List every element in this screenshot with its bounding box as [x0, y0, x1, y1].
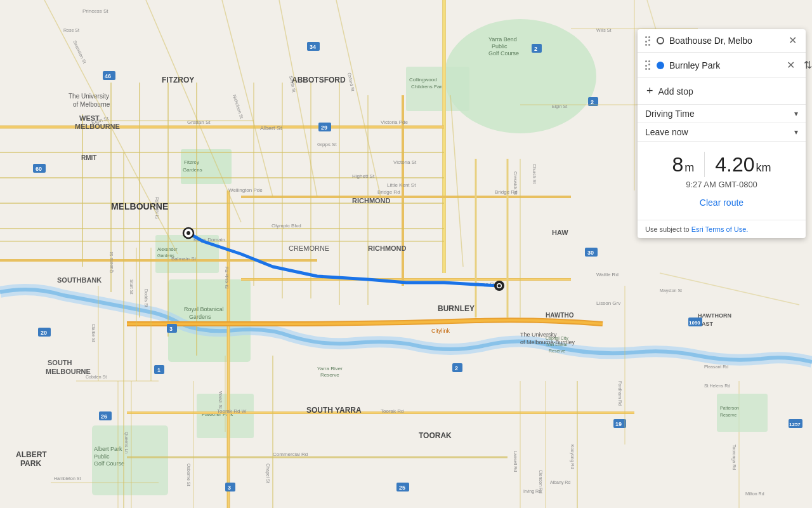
- drag-handle-origin[interactable]: [644, 35, 652, 47]
- svg-text:Rose St: Rose St: [63, 28, 79, 32]
- svg-text:BURNLEY: BURNLEY: [438, 304, 475, 313]
- duration-unit: m: [684, 161, 694, 175]
- svg-text:30: 30: [587, 250, 594, 256]
- destination-icon: [655, 60, 665, 70]
- origin-input[interactable]: [669, 36, 782, 46]
- svg-text:Royal Botanical: Royal Botanical: [184, 306, 224, 312]
- distance-stat: 4.20 km: [715, 153, 771, 177]
- drag-handle-destination[interactable]: [644, 59, 652, 71]
- swap-directions-button[interactable]: ⇅: [801, 58, 812, 72]
- svg-text:Osborne St: Osborne St: [187, 464, 191, 486]
- svg-text:Olympic Blvd: Olympic Blvd: [272, 223, 301, 229]
- svg-text:SOUTHBANK: SOUTHBANK: [57, 276, 102, 284]
- svg-text:Collingwood: Collingwood: [409, 77, 437, 83]
- svg-text:Highett St: Highett St: [352, 173, 375, 179]
- svg-text:46: 46: [105, 73, 111, 79]
- svg-text:Lisson Grv: Lisson Grv: [596, 300, 620, 306]
- leave-now-select[interactable]: Leave now Depart at Arrive by: [645, 127, 794, 137]
- svg-text:Victoria Pde: Victoria Pde: [381, 119, 409, 125]
- svg-text:of Melbourne: of Melbourne: [73, 101, 110, 108]
- svg-text:SOUTH: SOUTH: [48, 359, 72, 366]
- svg-text:Fordham Rd: Fordham Rd: [618, 381, 622, 406]
- svg-text:60: 60: [36, 166, 42, 172]
- svg-text:ABBOTSFORD: ABBOTSFORD: [292, 76, 346, 84]
- clear-route-button[interactable]: Clear route: [700, 197, 743, 208]
- esri-attribution: Use subject to Esri Terms of Use.: [638, 220, 806, 238]
- svg-text:Cobden St: Cobden St: [86, 375, 107, 379]
- svg-text:Wellington Pde: Wellington Pde: [228, 187, 263, 193]
- svg-text:CREMORNE: CREMORNE: [289, 244, 329, 252]
- svg-text:Sturt St: Sturt St: [129, 279, 134, 294]
- leave-now-chevron-icon: ▾: [794, 128, 798, 137]
- side-panel: ✕ ✕ ⇅ + Add stop Driving Time Driving Di…: [638, 29, 806, 238]
- svg-text:SOUTH YARRA: SOUTH YARRA: [306, 406, 362, 415]
- svg-text:Gardens: Gardens: [189, 314, 211, 320]
- svg-text:Childrens Farm: Childrens Farm: [411, 84, 446, 90]
- origin-clear-button[interactable]: ✕: [786, 34, 799, 47]
- svg-text:Victoria St: Victoria St: [393, 159, 417, 165]
- arrival-time: 9:27 AM GMT-0800: [645, 180, 798, 189]
- destination-clear-button[interactable]: ✕: [784, 59, 797, 72]
- svg-text:2: 2: [455, 365, 458, 371]
- svg-text:RICHMOND: RICHMOND: [368, 244, 407, 252]
- svg-text:TOORAK: TOORAK: [419, 431, 452, 440]
- destination-row: ✕ ⇅: [638, 53, 806, 78]
- svg-text:1090: 1090: [689, 320, 700, 326]
- svg-text:St Kilda Rd: St Kilda Rd: [155, 197, 159, 219]
- svg-text:Commercial Rd: Commercial Rd: [273, 451, 308, 457]
- svg-text:Walsh St: Walsh St: [218, 391, 223, 409]
- svg-text:Irving Rd: Irving Rd: [523, 489, 541, 494]
- svg-text:1: 1: [157, 367, 160, 373]
- svg-text:Clarke St: Clarke St: [91, 324, 96, 342]
- svg-text:Pleasant Rd: Pleasant Rd: [704, 364, 728, 369]
- driving-time-select[interactable]: Driving Time Driving Distance Walking Ti…: [645, 109, 794, 119]
- svg-text:Queens St: Queens St: [109, 252, 114, 273]
- svg-text:Wattle Rd: Wattle Rd: [596, 272, 619, 277]
- add-stop-icon: +: [646, 84, 653, 98]
- svg-text:20: 20: [41, 330, 47, 336]
- svg-text:RMIT: RMIT: [81, 154, 96, 161]
- svg-text:Patterson: Patterson: [720, 406, 739, 410]
- svg-text:1257: 1257: [789, 422, 801, 427]
- svg-text:34: 34: [310, 44, 316, 50]
- svg-text:St Helens Rd: St Helens Rd: [704, 384, 730, 388]
- svg-text:MELBOURNE: MELBOURNE: [111, 201, 168, 211]
- svg-text:HAW: HAW: [552, 229, 568, 236]
- svg-point-209: [498, 284, 501, 288]
- add-stop-label: Add stop: [658, 86, 693, 97]
- stats-row: 8 m 4.20 km: [645, 152, 798, 177]
- distance-value: 4.20: [715, 153, 754, 177]
- add-stop-row[interactable]: + Add stop: [638, 78, 806, 105]
- origin-icon: [655, 36, 665, 46]
- svg-text:Yarra River: Yarra River: [317, 366, 343, 371]
- destination-input[interactable]: [669, 60, 780, 70]
- esri-link[interactable]: Esri Terms of Use.: [691, 225, 749, 233]
- svg-point-206: [187, 231, 190, 235]
- clear-route-row: Clear route: [645, 194, 798, 213]
- origin-row: ✕: [638, 29, 806, 53]
- svg-text:MELBOURNE: MELBOURNE: [46, 368, 91, 375]
- stats-divider: [704, 152, 705, 177]
- duration-value: 8: [672, 153, 683, 177]
- distance-unit: km: [756, 161, 771, 175]
- svg-text:Albert St: Albert St: [260, 125, 282, 131]
- svg-text:Queens Ln: Queens Ln: [124, 432, 129, 453]
- svg-text:26: 26: [101, 413, 107, 420]
- svg-text:Kooyong Rd: Kooyong Rd: [570, 444, 575, 469]
- svg-text:PARK: PARK: [20, 459, 41, 468]
- svg-text:Golf Course: Golf Course: [94, 460, 124, 467]
- svg-text:Toorak Rd: Toorak Rd: [381, 408, 403, 414]
- svg-text:Milton Rd: Milton Rd: [745, 491, 764, 496]
- svg-text:Reserve: Reserve: [320, 372, 339, 378]
- svg-text:FITZROY: FITZROY: [162, 76, 194, 84]
- svg-text:Gipps St: Gipps St: [317, 142, 337, 147]
- svg-text:Reserve: Reserve: [549, 349, 565, 353]
- svg-text:Albany Rd: Albany Rd: [550, 480, 570, 485]
- svg-text:3: 3: [169, 326, 173, 332]
- svg-text:Yarra Bend: Yarra Bend: [488, 36, 517, 43]
- svg-text:HAWTHORN: HAWTHORN: [698, 312, 731, 319]
- svg-text:Hambleton St: Hambleton St: [54, 476, 81, 481]
- svg-text:Chapel St: Chapel St: [265, 464, 270, 483]
- svg-text:Balmain St: Balmain St: [171, 256, 196, 262]
- svg-text:RICHMOND: RICHMOND: [352, 197, 391, 204]
